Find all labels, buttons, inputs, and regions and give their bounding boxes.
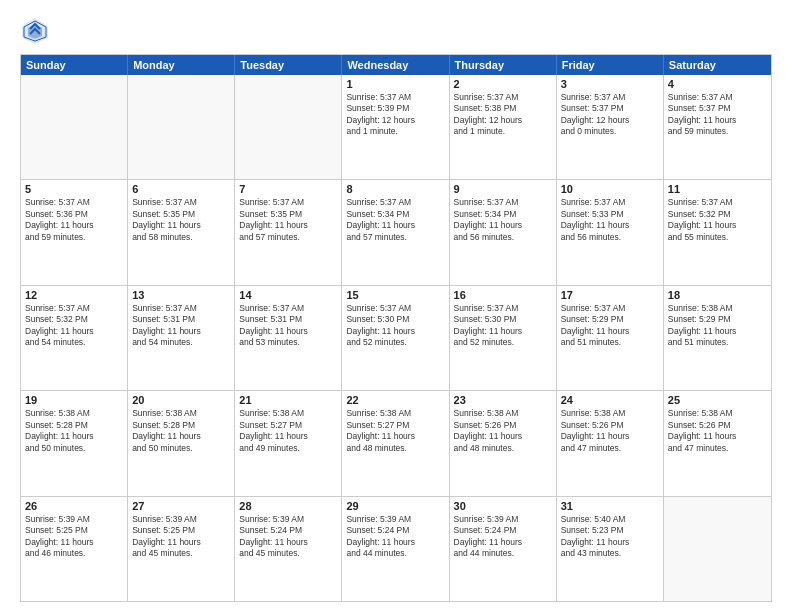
cell-info: Sunrise: 5:38 AMSunset: 5:27 PMDaylight:… — [239, 408, 337, 454]
header-day-monday: Monday — [128, 55, 235, 75]
day-number: 5 — [25, 183, 123, 195]
week-row-3: 12Sunrise: 5:37 AMSunset: 5:32 PMDayligh… — [21, 286, 771, 391]
cell-info: Sunrise: 5:38 AMSunset: 5:28 PMDaylight:… — [25, 408, 123, 454]
cell-info: Sunrise: 5:38 AMSunset: 5:28 PMDaylight:… — [132, 408, 230, 454]
day-number: 15 — [346, 289, 444, 301]
day-number: 1 — [346, 78, 444, 90]
calendar-cell: 30Sunrise: 5:39 AMSunset: 5:24 PMDayligh… — [450, 497, 557, 601]
day-number: 9 — [454, 183, 552, 195]
cell-info: Sunrise: 5:39 AMSunset: 5:25 PMDaylight:… — [132, 514, 230, 560]
cell-info: Sunrise: 5:37 AMSunset: 5:30 PMDaylight:… — [346, 303, 444, 349]
cell-info: Sunrise: 5:39 AMSunset: 5:24 PMDaylight:… — [239, 514, 337, 560]
cell-info: Sunrise: 5:37 AMSunset: 5:30 PMDaylight:… — [454, 303, 552, 349]
calendar-cell: 26Sunrise: 5:39 AMSunset: 5:25 PMDayligh… — [21, 497, 128, 601]
cell-info: Sunrise: 5:37 AMSunset: 5:35 PMDaylight:… — [132, 197, 230, 243]
day-number: 20 — [132, 394, 230, 406]
calendar-cell: 19Sunrise: 5:38 AMSunset: 5:28 PMDayligh… — [21, 391, 128, 495]
day-number: 27 — [132, 500, 230, 512]
day-number: 31 — [561, 500, 659, 512]
calendar-cell: 13Sunrise: 5:37 AMSunset: 5:31 PMDayligh… — [128, 286, 235, 390]
cell-info: Sunrise: 5:37 AMSunset: 5:37 PMDaylight:… — [561, 92, 659, 138]
calendar-cell: 22Sunrise: 5:38 AMSunset: 5:27 PMDayligh… — [342, 391, 449, 495]
day-number: 11 — [668, 183, 767, 195]
calendar-cell: 27Sunrise: 5:39 AMSunset: 5:25 PMDayligh… — [128, 497, 235, 601]
cell-info: Sunrise: 5:37 AMSunset: 5:36 PMDaylight:… — [25, 197, 123, 243]
day-number: 17 — [561, 289, 659, 301]
header — [20, 16, 772, 46]
day-number: 30 — [454, 500, 552, 512]
cell-info: Sunrise: 5:39 AMSunset: 5:24 PMDaylight:… — [346, 514, 444, 560]
calendar-cell: 25Sunrise: 5:38 AMSunset: 5:26 PMDayligh… — [664, 391, 771, 495]
week-row-5: 26Sunrise: 5:39 AMSunset: 5:25 PMDayligh… — [21, 497, 771, 601]
week-row-4: 19Sunrise: 5:38 AMSunset: 5:28 PMDayligh… — [21, 391, 771, 496]
day-number: 13 — [132, 289, 230, 301]
day-number: 12 — [25, 289, 123, 301]
day-number: 6 — [132, 183, 230, 195]
calendar-cell: 7Sunrise: 5:37 AMSunset: 5:35 PMDaylight… — [235, 180, 342, 284]
day-number: 29 — [346, 500, 444, 512]
calendar-cell: 4Sunrise: 5:37 AMSunset: 5:37 PMDaylight… — [664, 75, 771, 179]
cell-info: Sunrise: 5:38 AMSunset: 5:29 PMDaylight:… — [668, 303, 767, 349]
calendar-cell: 24Sunrise: 5:38 AMSunset: 5:26 PMDayligh… — [557, 391, 664, 495]
calendar-cell: 23Sunrise: 5:38 AMSunset: 5:26 PMDayligh… — [450, 391, 557, 495]
header-day-friday: Friday — [557, 55, 664, 75]
calendar-cell: 31Sunrise: 5:40 AMSunset: 5:23 PMDayligh… — [557, 497, 664, 601]
day-number: 7 — [239, 183, 337, 195]
calendar-cell: 11Sunrise: 5:37 AMSunset: 5:32 PMDayligh… — [664, 180, 771, 284]
cell-info: Sunrise: 5:37 AMSunset: 5:29 PMDaylight:… — [561, 303, 659, 349]
cell-info: Sunrise: 5:40 AMSunset: 5:23 PMDaylight:… — [561, 514, 659, 560]
cell-info: Sunrise: 5:37 AMSunset: 5:31 PMDaylight:… — [239, 303, 337, 349]
header-day-thursday: Thursday — [450, 55, 557, 75]
calendar-cell: 16Sunrise: 5:37 AMSunset: 5:30 PMDayligh… — [450, 286, 557, 390]
cell-info: Sunrise: 5:37 AMSunset: 5:38 PMDaylight:… — [454, 92, 552, 138]
calendar-cell: 20Sunrise: 5:38 AMSunset: 5:28 PMDayligh… — [128, 391, 235, 495]
day-number: 19 — [25, 394, 123, 406]
logo — [20, 16, 54, 46]
calendar-cell: 8Sunrise: 5:37 AMSunset: 5:34 PMDaylight… — [342, 180, 449, 284]
day-number: 18 — [668, 289, 767, 301]
calendar-cell: 28Sunrise: 5:39 AMSunset: 5:24 PMDayligh… — [235, 497, 342, 601]
day-number: 2 — [454, 78, 552, 90]
logo-icon — [20, 16, 50, 46]
calendar-cell: 12Sunrise: 5:37 AMSunset: 5:32 PMDayligh… — [21, 286, 128, 390]
cell-info: Sunrise: 5:39 AMSunset: 5:25 PMDaylight:… — [25, 514, 123, 560]
calendar-cell: 6Sunrise: 5:37 AMSunset: 5:35 PMDaylight… — [128, 180, 235, 284]
calendar-cell: 14Sunrise: 5:37 AMSunset: 5:31 PMDayligh… — [235, 286, 342, 390]
cell-info: Sunrise: 5:37 AMSunset: 5:37 PMDaylight:… — [668, 92, 767, 138]
calendar-cell: 17Sunrise: 5:37 AMSunset: 5:29 PMDayligh… — [557, 286, 664, 390]
day-number: 16 — [454, 289, 552, 301]
calendar-cell: 2Sunrise: 5:37 AMSunset: 5:38 PMDaylight… — [450, 75, 557, 179]
header-day-tuesday: Tuesday — [235, 55, 342, 75]
day-number: 26 — [25, 500, 123, 512]
cell-info: Sunrise: 5:38 AMSunset: 5:27 PMDaylight:… — [346, 408, 444, 454]
header-day-sunday: Sunday — [21, 55, 128, 75]
day-number: 22 — [346, 394, 444, 406]
page: SundayMondayTuesdayWednesdayThursdayFrid… — [0, 0, 792, 612]
calendar-cell: 9Sunrise: 5:37 AMSunset: 5:34 PMDaylight… — [450, 180, 557, 284]
calendar-cell — [664, 497, 771, 601]
calendar-cell — [128, 75, 235, 179]
cell-info: Sunrise: 5:37 AMSunset: 5:35 PMDaylight:… — [239, 197, 337, 243]
cell-info: Sunrise: 5:37 AMSunset: 5:33 PMDaylight:… — [561, 197, 659, 243]
day-number: 3 — [561, 78, 659, 90]
day-number: 21 — [239, 394, 337, 406]
day-number: 14 — [239, 289, 337, 301]
calendar-cell — [21, 75, 128, 179]
day-number: 24 — [561, 394, 659, 406]
day-number: 25 — [668, 394, 767, 406]
cell-info: Sunrise: 5:38 AMSunset: 5:26 PMDaylight:… — [454, 408, 552, 454]
calendar-cell: 29Sunrise: 5:39 AMSunset: 5:24 PMDayligh… — [342, 497, 449, 601]
day-number: 4 — [668, 78, 767, 90]
calendar-cell: 10Sunrise: 5:37 AMSunset: 5:33 PMDayligh… — [557, 180, 664, 284]
header-day-wednesday: Wednesday — [342, 55, 449, 75]
cell-info: Sunrise: 5:37 AMSunset: 5:31 PMDaylight:… — [132, 303, 230, 349]
cell-info: Sunrise: 5:39 AMSunset: 5:24 PMDaylight:… — [454, 514, 552, 560]
calendar-cell: 21Sunrise: 5:38 AMSunset: 5:27 PMDayligh… — [235, 391, 342, 495]
calendar-cell — [235, 75, 342, 179]
calendar-body: 1Sunrise: 5:37 AMSunset: 5:39 PMDaylight… — [21, 75, 771, 601]
cell-info: Sunrise: 5:38 AMSunset: 5:26 PMDaylight:… — [561, 408, 659, 454]
day-number: 23 — [454, 394, 552, 406]
cell-info: Sunrise: 5:37 AMSunset: 5:32 PMDaylight:… — [668, 197, 767, 243]
calendar-cell: 5Sunrise: 5:37 AMSunset: 5:36 PMDaylight… — [21, 180, 128, 284]
week-row-1: 1Sunrise: 5:37 AMSunset: 5:39 PMDaylight… — [21, 75, 771, 180]
